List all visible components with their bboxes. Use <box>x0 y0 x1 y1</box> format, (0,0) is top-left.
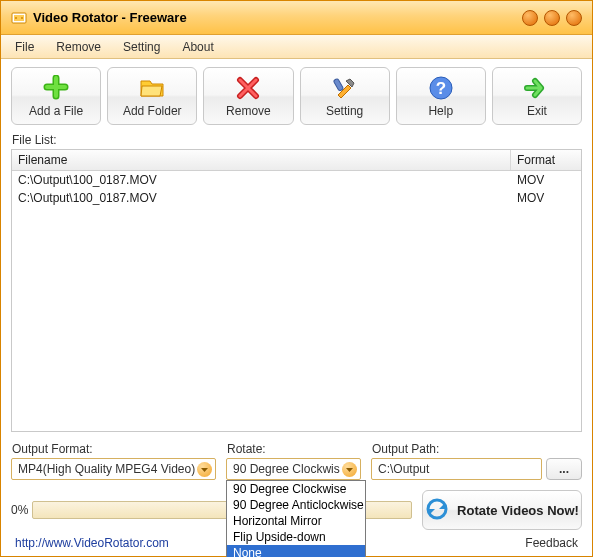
toolbar: Add a File Add Folder Remove Setting ? H… <box>11 67 582 125</box>
folder-icon <box>138 74 166 102</box>
rotate-option[interactable]: 90 Degree Clockwise <box>227 481 365 497</box>
column-filename[interactable]: Filename <box>12 150 511 170</box>
output-path-group: Output Path: C:\Output ... <box>371 440 582 480</box>
exit-label: Exit <box>527 104 547 118</box>
output-format-label: Output Format: <box>12 442 216 456</box>
rotate-select[interactable]: 90 Degree Clockwise <box>226 458 361 480</box>
output-path-value: C:\Output <box>378 462 429 476</box>
output-format-value: MP4(High Quality MPEG4 Video) <box>18 462 195 476</box>
website-link[interactable]: http://www.VideoRotator.com <box>15 536 169 550</box>
svg-text:?: ? <box>436 79 446 98</box>
maximize-button[interactable] <box>544 10 560 26</box>
rotate-icon <box>425 497 449 524</box>
add-file-label: Add a File <box>29 104 83 118</box>
close-button[interactable] <box>566 10 582 26</box>
menu-remove[interactable]: Remove <box>46 37 111 57</box>
cell-filename: C:\Output\100_0187.MOV <box>12 171 511 189</box>
file-list: Filename Format C:\Output\100_0187.MOV M… <box>11 149 582 432</box>
chevron-down-icon <box>342 462 357 477</box>
window-controls <box>522 10 582 26</box>
cell-filename: C:\Output\100_0187.MOV <box>12 189 511 207</box>
file-list-label: File List: <box>12 133 582 147</box>
add-folder-label: Add Folder <box>123 104 182 118</box>
exit-button[interactable]: Exit <box>492 67 582 125</box>
title-bar: Video Rotator - Freeware <box>1 1 592 35</box>
help-icon: ? <box>427 74 455 102</box>
table-row[interactable]: C:\Output\100_0187.MOV MOV <box>12 189 581 207</box>
cell-format: MOV <box>511 189 581 207</box>
rotate-group: Rotate: 90 Degree Clockwise <box>226 440 361 480</box>
output-format-group: Output Format: MP4(High Quality MPEG4 Vi… <box>11 440 216 480</box>
svg-point-2 <box>15 17 17 19</box>
output-path-label: Output Path: <box>372 442 582 456</box>
rotate-value: 90 Degree Clockwise <box>233 462 340 476</box>
app-icon <box>11 10 27 26</box>
file-list-header: Filename Format <box>12 150 581 171</box>
column-format[interactable]: Format <box>511 150 581 170</box>
rotate-option-selected[interactable]: None <box>227 545 365 557</box>
remove-label: Remove <box>226 104 271 118</box>
rotate-now-button[interactable]: Rotate Videos Now! <box>422 490 582 530</box>
menu-setting[interactable]: Setting <box>113 37 170 57</box>
add-file-button[interactable]: Add a File <box>11 67 101 125</box>
help-button[interactable]: ? Help <box>396 67 486 125</box>
menu-file[interactable]: File <box>5 37 44 57</box>
remove-button[interactable]: Remove <box>203 67 293 125</box>
help-label: Help <box>428 104 453 118</box>
minimize-button[interactable] <box>522 10 538 26</box>
rotate-label: Rotate: <box>227 442 361 456</box>
progress-percent: 0% <box>11 503 28 517</box>
window-title: Video Rotator - Freeware <box>33 10 522 25</box>
cell-format: MOV <box>511 171 581 189</box>
app-window: Video Rotator - Freeware File Remove Set… <box>0 0 593 557</box>
svg-point-3 <box>21 17 23 19</box>
rotate-dropdown[interactable]: 90 Degree Clockwise 90 Degree Anticlockw… <box>226 480 366 557</box>
rotate-now-label: Rotate Videos Now! <box>457 503 579 518</box>
menu-about[interactable]: About <box>172 37 223 57</box>
output-format-select[interactable]: MP4(High Quality MPEG4 Video) <box>11 458 216 480</box>
add-folder-button[interactable]: Add Folder <box>107 67 197 125</box>
file-list-body[interactable]: C:\Output\100_0187.MOV MOV C:\Output\100… <box>12 171 581 431</box>
menu-bar: File Remove Setting About <box>1 35 592 59</box>
setting-button[interactable]: Setting <box>300 67 390 125</box>
output-path-input[interactable]: C:\Output <box>371 458 542 480</box>
arrow-right-icon <box>523 74 551 102</box>
chevron-down-icon <box>197 462 212 477</box>
feedback-link[interactable]: Feedback <box>525 536 578 550</box>
setting-label: Setting <box>326 104 363 118</box>
tools-icon <box>331 74 359 102</box>
plus-icon <box>42 74 70 102</box>
content-area: Add a File Add Folder Remove Setting ? H… <box>1 59 592 556</box>
rotate-option[interactable]: Flip Upside-down <box>227 529 365 545</box>
browse-button[interactable]: ... <box>546 458 582 480</box>
table-row[interactable]: C:\Output\100_0187.MOV MOV <box>12 171 581 189</box>
rotate-option[interactable]: 90 Degree Anticlockwise <box>227 497 365 513</box>
svg-rect-4 <box>333 78 343 91</box>
x-icon <box>234 74 262 102</box>
options-row: Output Format: MP4(High Quality MPEG4 Vi… <box>11 440 582 480</box>
rotate-option[interactable]: Horizontal Mirror <box>227 513 365 529</box>
